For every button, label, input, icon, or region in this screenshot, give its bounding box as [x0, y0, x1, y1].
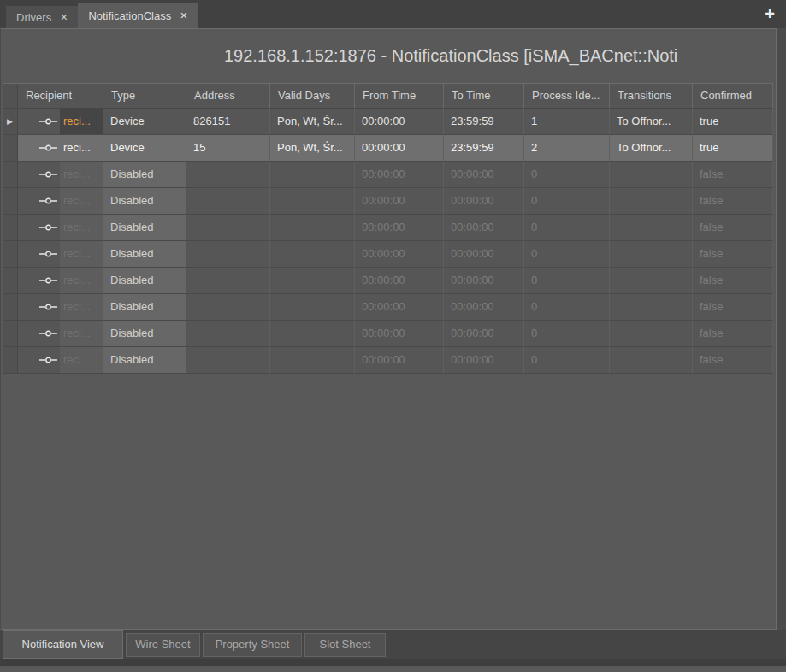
cell-to_time[interactable]: 00:00:00	[444, 215, 524, 241]
header-cell-process-ide[interactable]: Process Ide...	[524, 84, 610, 109]
cell-to_time[interactable]: 00:00:00	[444, 162, 524, 188]
row-selector-cell[interactable]	[3, 268, 18, 294]
cell-confirmed[interactable]: false	[693, 241, 773, 268]
cell-confirmed[interactable]: false	[693, 294, 773, 321]
recipient-cell[interactable]: reci...	[18, 241, 103, 268]
cell-address[interactable]	[186, 215, 270, 241]
cell-type[interactable]: Device	[103, 109, 186, 135]
cell-process_id[interactable]: 0	[524, 347, 610, 374]
cell-type[interactable]: Disabled	[103, 215, 186, 241]
cell-process_id[interactable]: 0	[524, 294, 610, 321]
tab-drivers[interactable]: Drivers✕	[6, 6, 78, 28]
cell-address[interactable]	[186, 241, 270, 268]
cell-address[interactable]	[186, 347, 270, 374]
cell-from_time[interactable]: 00:00:00	[355, 241, 444, 268]
cell-confirmed[interactable]: false	[693, 162, 773, 188]
recipient-cell[interactable]: reci...	[18, 162, 103, 188]
row-selector-cell[interactable]: ▶	[3, 109, 18, 135]
cell-address[interactable]	[186, 321, 270, 347]
view-tab-wire-sheet[interactable]: Wire Sheet	[126, 633, 200, 657]
header-cell-confirmed[interactable]: Confirmed	[693, 84, 773, 109]
cell-valid_days[interactable]	[270, 294, 355, 321]
cell-from_time[interactable]: 00:00:00	[355, 162, 444, 188]
cell-confirmed[interactable]: false	[693, 215, 773, 241]
row-selector-cell[interactable]	[3, 321, 18, 347]
cell-process_id[interactable]: 0	[524, 215, 610, 241]
row-selector-cell[interactable]	[3, 215, 18, 241]
cell-to_time[interactable]: 00:00:00	[444, 241, 524, 268]
header-cell-to-time[interactable]: To Time	[444, 84, 524, 109]
cell-transitions[interactable]	[610, 347, 693, 374]
cell-address[interactable]	[186, 162, 270, 188]
header-cell-from-time[interactable]: From Time	[355, 84, 444, 109]
cell-valid_days[interactable]	[270, 162, 355, 188]
row-selector-cell[interactable]	[3, 294, 18, 321]
cell-address[interactable]: 826151	[186, 109, 270, 135]
recipient-cell[interactable]: reci...	[18, 268, 103, 294]
cell-valid_days[interactable]	[270, 188, 355, 215]
cell-process_id[interactable]: 0	[524, 321, 610, 347]
cell-type[interactable]: Disabled	[103, 241, 186, 268]
cell-valid_days[interactable]	[270, 215, 355, 241]
tab-notificationclass[interactable]: NotificationClass✕	[78, 3, 198, 28]
cell-transitions[interactable]	[610, 162, 693, 188]
cell-type[interactable]: Device	[103, 135, 186, 162]
cell-from_time[interactable]: 00:00:00	[355, 109, 444, 135]
view-tab-property-sheet[interactable]: Property Sheet	[203, 633, 302, 657]
cell-valid_days[interactable]	[270, 268, 355, 294]
cell-to_time[interactable]: 00:00:00	[444, 347, 524, 374]
cell-confirmed[interactable]: false	[693, 321, 773, 347]
cell-process_id[interactable]: 0	[524, 268, 610, 294]
cell-address[interactable]	[186, 268, 270, 294]
cell-valid_days[interactable]	[270, 241, 355, 268]
cell-confirmed[interactable]: true	[693, 135, 773, 162]
cell-transitions[interactable]	[610, 268, 693, 294]
cell-to_time[interactable]: 00:00:00	[444, 268, 524, 294]
cell-from_time[interactable]: 00:00:00	[355, 294, 444, 321]
cell-to_time[interactable]: 23:59:59	[444, 109, 524, 135]
cell-from_time[interactable]: 00:00:00	[355, 215, 444, 241]
close-icon[interactable]: ✕	[60, 12, 68, 23]
cell-from_time[interactable]: 00:00:00	[355, 321, 444, 347]
cell-transitions[interactable]	[610, 188, 693, 215]
cell-valid_days[interactable]	[270, 321, 355, 347]
recipient-cell[interactable]: reci...	[18, 109, 103, 135]
cell-type[interactable]: Disabled	[103, 294, 186, 321]
recipient-cell[interactable]: reci...	[18, 347, 103, 374]
cell-transitions[interactable]: To Offnor...	[610, 109, 693, 135]
cell-type[interactable]: Disabled	[103, 162, 186, 188]
cell-address[interactable]: 15	[186, 135, 270, 162]
recipient-cell[interactable]: reci...	[18, 135, 103, 162]
cell-type[interactable]: Disabled	[103, 321, 186, 347]
cell-process_id[interactable]: 0	[524, 241, 610, 268]
cell-transitions[interactable]	[610, 241, 693, 268]
cell-type[interactable]: Disabled	[103, 347, 186, 374]
row-selector-cell[interactable]	[3, 162, 18, 188]
cell-address[interactable]	[186, 294, 270, 321]
cell-confirmed[interactable]: true	[693, 109, 773, 135]
cell-confirmed[interactable]: false	[693, 268, 773, 294]
cell-transitions[interactable]: To Offnor...	[610, 135, 693, 162]
cell-valid_days[interactable]: Pon, Wt, Śr...	[270, 135, 355, 162]
cell-process_id[interactable]: 1	[524, 109, 610, 135]
cell-process_id[interactable]: 2	[524, 135, 610, 162]
row-selector-cell[interactable]	[3, 188, 18, 215]
cell-from_time[interactable]: 00:00:00	[355, 268, 444, 294]
cell-transitions[interactable]	[610, 294, 693, 321]
cell-to_time[interactable]: 23:59:59	[444, 135, 524, 162]
cell-confirmed[interactable]: false	[693, 188, 773, 215]
cell-to_time[interactable]: 00:00:00	[444, 294, 524, 321]
recipient-cell[interactable]: reci...	[18, 215, 103, 241]
header-cell-address[interactable]: Address	[186, 84, 270, 109]
cell-from_time[interactable]: 00:00:00	[355, 135, 444, 162]
recipient-cell[interactable]: reci...	[18, 188, 103, 215]
row-selector-cell[interactable]	[3, 347, 18, 374]
header-cell-valid-days[interactable]: Valid Days	[270, 84, 355, 109]
recipient-cell[interactable]: reci...	[18, 294, 103, 321]
cell-transitions[interactable]	[610, 321, 693, 347]
cell-to_time[interactable]: 00:00:00	[444, 321, 524, 347]
cell-from_time[interactable]: 00:00:00	[355, 347, 444, 374]
header-cell-transitions[interactable]: Transitions	[610, 84, 693, 109]
view-tab-slot-sheet[interactable]: Slot Sheet	[304, 633, 386, 657]
cell-to_time[interactable]: 00:00:00	[444, 188, 524, 215]
